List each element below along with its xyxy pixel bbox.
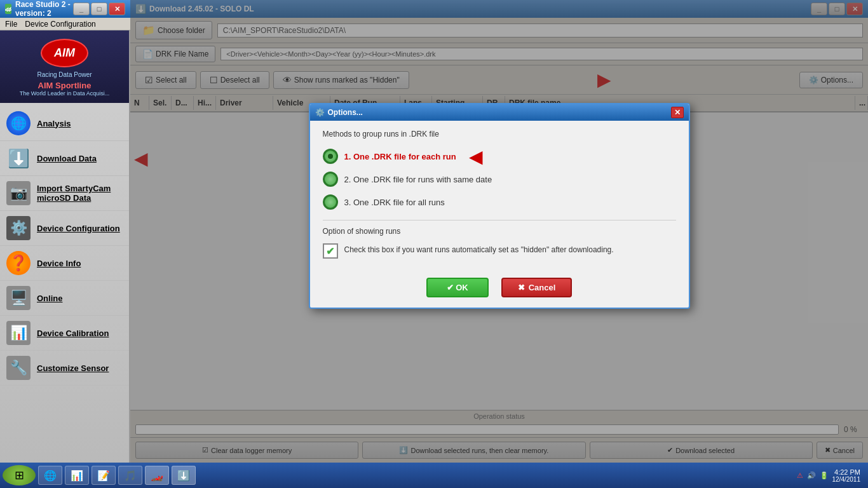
radio-3-label: 3. One .DRK file for all runs [344,198,445,207]
sidebar-logo: AIM Racing Data Power AIM Sportline The … [0,30,129,103]
cancel-dialog-label: Cancel [529,283,556,292]
start-button[interactable]: ⊞ [3,465,36,485]
sidebar-item-calibration[interactable]: 📊 Device Calibration [0,316,129,351]
tray-time-text: 4:22 PM [832,468,861,476]
taskbar-excel[interactable]: 📊 [65,466,89,485]
modal-overlay: ⚙️ Options... ✕ Methods to group runs in… [130,0,868,463]
sidebar-item-online[interactable]: 🖥️ Online [0,281,129,316]
app-icon: 🏎 [5,4,11,14]
aim-taskbar-icon: 🏎️ [151,470,163,482]
device-config-icon: ⚙️ [6,216,31,240]
dialog-ok-button[interactable]: ✔ OK [426,278,489,297]
taskbar-ie[interactable]: 🌐 [38,466,62,485]
tray-date-text: 12/4/2011 [832,476,861,483]
tray-clock: 4:22 PM 12/4/2011 [832,468,861,483]
section2-title: Option of showing runs [323,227,676,236]
dialog-close-button[interactable]: ✕ [671,107,684,118]
sidebar-item-download-data[interactable]: ⬇️ Download Data ◀ [0,141,129,176]
cancel-dialog-icon: ✖ [518,283,525,292]
dialog-body: Methods to group runs in .DRK file 1. On… [310,121,689,270]
device-info-icon: ❓ [6,251,31,275]
sidebar-label-sensor: Customize Sensor [37,363,109,373]
sidebar-tagline: Racing Data Power [6,71,123,78]
checkbox-check-icon: ✔ [326,245,334,257]
taskbar-aim[interactable]: 🏎️ [145,466,169,485]
app-title-controls: _ □ ✕ [73,3,125,15]
checkbox-box[interactable]: ✔ [323,243,338,259]
options-dialog: ⚙️ Options... ✕ Methods to group runs in… [309,103,690,309]
start-icon: ⊞ [15,468,24,482]
sidebar: AIM Racing Data Power AIM Sportline The … [0,30,130,488]
taskbar-itunes[interactable]: 🎵 [118,466,142,485]
sidebar-item-device-info[interactable]: ❓ Device Info [0,246,129,281]
sidebar-label-device-config: Device Configuration [37,224,120,233]
sidebar-label-device-info: Device Info [37,259,81,268]
sidebar-label-import: Import SmartyCam microSD Data [37,184,123,203]
radio-1-dot [328,154,333,159]
dialog-footer: ✔ OK ✖ Cancel [310,270,689,308]
aim-logo: AIM [39,37,90,69]
checkbox-option[interactable]: ✔ Check this box if you want runs automa… [323,241,676,261]
sidebar-item-import[interactable]: 📷 Import SmartyCam microSD Data [0,176,129,211]
sidebar-label-calibration: Device Calibration [37,329,109,338]
tray-network-icon: 🔊 [807,471,816,480]
tray-volume-icon: 🔋 [820,471,829,480]
radio-option-1[interactable]: 1. One .DRK file for each run [323,145,456,168]
app-minimize-btn[interactable]: _ [73,3,90,15]
dialog-title-icon: ⚙️ [315,108,325,117]
sidebar-label-online: Online [37,294,62,303]
sidebar-label-analysis: Analysis [37,119,71,128]
dialog-title-text: Options... [328,108,363,117]
radio-1-label: 1. One .DRK file for each run [344,152,456,161]
radio-2-label: 2. One .DRK file for runs with same date [344,175,492,184]
calibration-icon: 📊 [6,321,31,345]
system-tray: ⚠ 🔊 🔋 4:22 PM 12/4/2011 [792,468,866,483]
section1-title: Methods to group runs in .DRK file [323,130,676,139]
word-icon: 📝 [97,470,110,482]
taskbar-download[interactable]: ⬇️ [172,466,196,485]
sidebar-label-download: Download Data [37,154,97,163]
menu-file[interactable]: File [5,20,17,29]
radio-2-dot [328,177,333,182]
menu-device-config[interactable]: Device Configuration [25,20,95,29]
ok-label: ✔ OK [447,283,468,292]
dialog-divider [323,220,676,220]
radio-1-circle [323,149,338,164]
sidebar-item-device-config[interactable]: ⚙️ Device Configuration [0,211,129,246]
analysis-icon: 🌐 [6,111,31,135]
dialog-cancel-button[interactable]: ✖ Cancel [501,278,573,297]
taskbar: ⊞ 🌐 📊 📝 🎵 🏎️ ⬇️ ⚠ 🔊 🔋 4:22 PM 12/4/2011 [0,463,868,488]
download-taskbar-icon: ⬇️ [177,470,190,482]
radio-option-3[interactable]: 3. One .DRK file for all runs [323,191,676,214]
excel-icon: 📊 [71,470,83,482]
radio-option-2[interactable]: 2. One .DRK file for runs with same date [323,168,676,191]
online-icon: 🖥️ [6,286,31,310]
smartycam-icon: 📷 [6,181,31,205]
radio-3-dot [328,200,333,205]
app-title: Race Studio 2 - version: 2 [15,0,73,18]
app-close-btn[interactable]: ✕ [109,3,125,15]
sensor-icon: 🔧 [6,356,31,380]
taskbar-word[interactable]: 📝 [92,466,116,485]
sidebar-nav: 🌐 Analysis ⬇️ Download Data ◀ 📷 Import S… [0,103,129,488]
dialog-title-bar: ⚙️ Options... ✕ [310,104,689,121]
radio-2-circle [323,172,338,187]
ie-icon: 🌐 [44,470,57,482]
checkbox-label: Check this box if you want runs automati… [344,243,614,254]
app-title-bar: 🏎 Race Studio 2 - version: 2 _ □ ✕ [0,0,130,18]
itunes-icon: 🎵 [124,470,137,482]
download-icon: ⬇️ [6,146,31,170]
sidebar-item-analysis[interactable]: 🌐 Analysis [0,106,129,141]
sidebar-item-sensor[interactable]: 🔧 Customize Sensor [0,351,129,386]
app-maximize-btn[interactable]: □ [91,3,107,15]
radio-3-circle [323,194,338,210]
sidebar-subtitle: The World Leader in Data Acquisi... [6,90,123,97]
option1-arrow: ◀ [469,146,483,167]
sidebar-brand: AIM Sportline [6,81,123,90]
tray-alert-icon: ⚠ [797,471,803,480]
